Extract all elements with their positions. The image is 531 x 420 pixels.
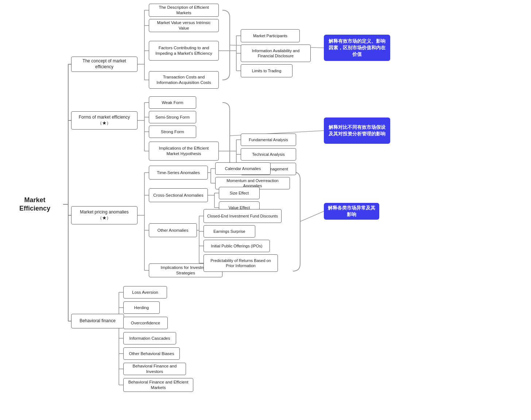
node-size_effect: Size Effect xyxy=(219,187,260,199)
node-calendar: Calendar Anomalies xyxy=(215,162,271,175)
node-mkt_participants: Market Participants xyxy=(241,29,300,42)
node-tx_costs: Transaction Costs and Information-Acquis… xyxy=(149,71,219,89)
node-loss_aversion: Loss Aversion xyxy=(123,286,167,298)
node-technical: Technical Analysis xyxy=(241,148,296,161)
node-earnings_surprise: Earnings Surprise xyxy=(204,225,255,238)
node-semi: Semi-Strong Form xyxy=(149,111,196,123)
node-factors: Factors Contributing to and Impeding a M… xyxy=(149,41,219,61)
node-herding: Herding xyxy=(123,301,160,314)
node-limits_trading: Limits to Trading xyxy=(241,64,292,77)
node-info_cascades: Information Cascades xyxy=(123,332,176,344)
node-other_biases: Other Behavioral Biases xyxy=(123,347,180,360)
node-closed_end: Closed-End Investment Fund Discounts xyxy=(204,209,282,223)
node-forms: Forms of market efficiency（★） xyxy=(71,111,137,130)
mind-map-canvas: Market EfficiencyThe concept of market e… xyxy=(0,0,531,420)
node-weak: Weak Form xyxy=(149,96,196,109)
node-other_anom: Other Anomalies xyxy=(149,223,197,237)
node-info_availability: Information Availability and Financial D… xyxy=(241,45,311,62)
node-accent1: 解释有效市场的定义、影响因素，区别市场价值和内在价值 xyxy=(324,35,390,61)
node-root: Market Efficiency xyxy=(7,195,63,213)
node-ipo: Initial Public Offerings (IPOs) xyxy=(204,240,270,252)
node-bf_investors: Behavioral Finance and Investors xyxy=(123,363,186,375)
node-behavioral: Behavioral finance xyxy=(71,314,124,328)
node-mkt_vs_intrinsic: Market Value versus Intrinsic Value xyxy=(149,19,219,32)
node-concept: The concept of market efficiency xyxy=(71,57,137,72)
node-crosssectional: Cross-Sectional Anomalies xyxy=(149,188,208,202)
node-accent2: 解释对比不同有效市场假设及其对投资分析管理的影响 xyxy=(324,117,390,144)
node-accent3: 解释各类市场异常及其影响 xyxy=(324,203,379,220)
node-timeseries: Time-Series Anomalies xyxy=(149,166,208,180)
node-pricing: Market pricing anomalies（★） xyxy=(71,206,137,224)
svg-line-50 xyxy=(300,211,324,221)
node-fundamental: Fundamental Analysis xyxy=(241,134,296,146)
node-bf_markets: Behavioral Finance and Efficient Markets xyxy=(123,378,193,392)
node-overconfidence: Overconfidence xyxy=(123,317,168,329)
node-implications_emh: Implications of the Efficient Market Hyp… xyxy=(149,142,219,161)
node-description: The Description of Efficient Markets xyxy=(149,4,219,17)
node-strong: Strong Form xyxy=(149,126,196,138)
node-predictability: Predictability of Returns Based on Prior… xyxy=(204,254,278,272)
